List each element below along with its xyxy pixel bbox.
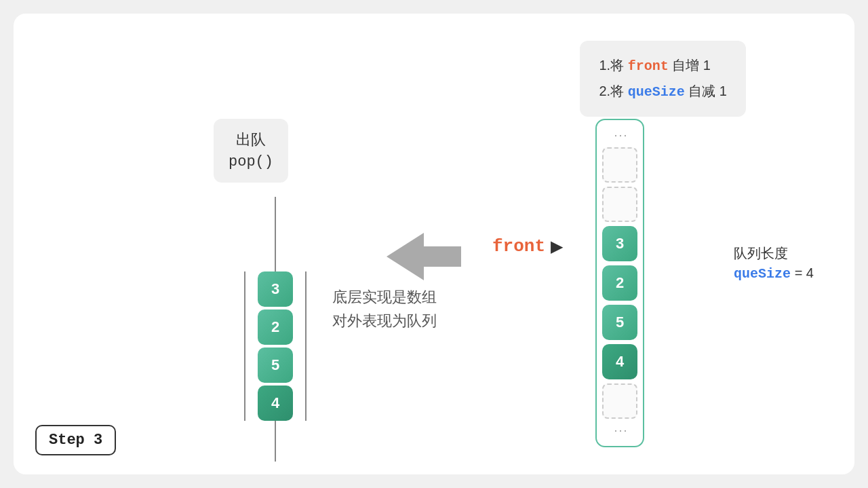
step-badge: Step 3: [35, 425, 116, 455]
top-dots: ⋮: [612, 128, 628, 143]
center-line2: 对外表现为队列: [332, 309, 437, 333]
stack-cell-3: 3: [258, 271, 293, 307]
stack-cell-5: 5: [258, 348, 293, 383]
center-line1: 底层实现是数组: [332, 285, 437, 309]
pop-line2: pop(): [229, 151, 273, 173]
svg-marker-0: [387, 233, 461, 280]
array-empty-top-2: [602, 187, 637, 222]
stack-line-bottom: [275, 421, 276, 462]
left-stack: 3 2 5 4: [244, 271, 307, 421]
left-stack-container: 3 2 5 4: [244, 197, 307, 462]
arrow-left: [387, 229, 461, 286]
step-label: Step 3: [49, 432, 102, 449]
array-cell-3: 3: [602, 226, 637, 261]
center-text: 底层实现是数组 对外表现为队列: [332, 285, 437, 333]
front-text: front: [492, 236, 545, 257]
stack-line-top: [275, 197, 276, 271]
array-empty-bottom-1: [602, 383, 637, 419]
front-label: front ▶: [492, 236, 563, 257]
instruction-line1: 1.将 front 自增 1: [599, 53, 727, 79]
bottom-dots: ⋮: [612, 424, 628, 438]
pop-box: 出队 pop(): [214, 119, 288, 183]
instruction-box: 1.将 front 自增 1 2.将 queSize 自减 1: [580, 41, 746, 117]
queue-size-label: 队列长度 queSize = 4: [734, 244, 814, 282]
pop-line1: 出队: [229, 128, 273, 151]
array-cell-4: 4: [602, 344, 637, 379]
stack-cell-2: 2: [258, 309, 293, 345]
stack-cell-4: 4: [258, 386, 293, 421]
quesize-equals: = 4: [791, 265, 814, 280]
array-cell-5: 5: [602, 305, 637, 340]
front-arrow: ▶: [551, 237, 563, 256]
main-container: 1.将 front 自增 1 2.将 queSize 自减 1 出队 pop()…: [14, 14, 854, 474]
array-cell-2: 2: [602, 265, 637, 301]
queue-size-line1: 队列长度: [734, 244, 814, 263]
queue-size-line2: queSize = 4: [734, 265, 814, 282]
right-array-container: ⋮ 3 2 5 4 ⋮: [595, 119, 644, 447]
quesize-var: queSize: [734, 266, 791, 282]
instruction-line2: 2.将 queSize 自减 1: [599, 79, 727, 105]
array-empty-top-1: [602, 147, 637, 183]
